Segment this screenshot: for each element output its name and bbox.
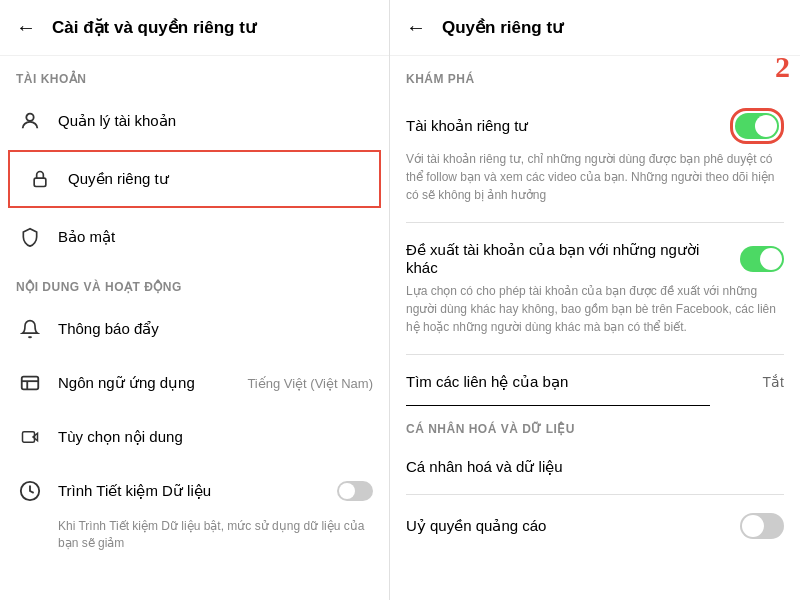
- svg-rect-2: [22, 377, 39, 390]
- section-label-ca-nhan: CÁ NHÂN HOÁ VÀ DỮ LIỆU: [390, 406, 800, 444]
- section-label-noi-dung: NỘI DUNG VÀ HOẠT ĐỘNG: [0, 264, 389, 302]
- right-back-button[interactable]: ←: [406, 16, 426, 39]
- uy-quyen-title: Uỷ quyền quảng cáo: [406, 517, 730, 535]
- svg-point-0: [26, 114, 33, 121]
- divider-3: [406, 494, 784, 495]
- menu-item-bao-mat[interactable]: Bảo mật: [0, 210, 389, 264]
- tai-khoan-title: Tài khoản riêng tư: [406, 117, 720, 135]
- left-back-button[interactable]: ←: [16, 16, 36, 39]
- divider-1: [406, 222, 784, 223]
- data-saver-icon: [16, 477, 44, 505]
- svg-rect-1: [34, 178, 46, 186]
- left-panel: ← Cài đặt và quyền riêng tư TÀI KHOẢN Qu…: [0, 0, 390, 600]
- menu-item-ngon-ngu[interactable]: Ngôn ngữ ứng dụng Tiếng Việt (Việt Nam): [0, 356, 389, 410]
- tim-lien-he-row: Tìm các liên hệ của bạn Tắt: [406, 373, 784, 391]
- right-panel: ← Quyền riêng tư KHÁM PHÁ Tài khoản riên…: [390, 0, 800, 600]
- video-icon: [16, 423, 44, 451]
- shield-icon: [16, 223, 44, 251]
- privacy-item-de-xuat: Đề xuất tài khoản của bạn với những ngườ…: [390, 227, 800, 350]
- uy-quyen-toggle[interactable]: [740, 513, 784, 539]
- quyen-rieng-tu-label: Quyền riêng tư: [68, 170, 363, 188]
- menu-item-tiet-kiem[interactable]: Trình Tiết kiệm Dữ liệu: [0, 464, 389, 518]
- de-xuat-desc: Lựa chọn có cho phép tài khoản của bạn đ…: [406, 282, 784, 336]
- privacy-item-ca-nhan[interactable]: Cá nhân hoá và dữ liệu: [390, 444, 800, 490]
- privacy-item-uy-quyen: Uỷ quyền quảng cáo: [390, 499, 800, 553]
- person-icon: [16, 107, 44, 135]
- bao-mat-label: Bảo mật: [58, 228, 373, 246]
- privacy-item-tim-lien-he: Tìm các liên hệ của bạn Tắt: [390, 359, 800, 405]
- divider-2: [406, 354, 784, 355]
- tai-khoan-desc: Với tài khoản riêng tư, chỉ những người …: [406, 150, 784, 204]
- left-panel-title: Cài đặt và quyền riêng tư: [52, 17, 256, 38]
- section-label-kham-pha: KHÁM PHÁ: [390, 56, 800, 94]
- tiet-kiem-toggle[interactable]: [337, 481, 373, 501]
- left-header: ← Cài đặt và quyền riêng tư: [0, 0, 389, 56]
- tai-khoan-toggle[interactable]: [735, 113, 779, 139]
- uy-quyen-row: Uỷ quyền quảng cáo: [406, 513, 784, 539]
- tiet-kiem-subtext: Khi Trình Tiết kiệm Dữ liệu bật, mức sử …: [0, 518, 389, 560]
- lock-icon: [26, 165, 54, 193]
- de-xuat-title: Đề xuất tài khoản của bạn với những ngườ…: [406, 241, 730, 276]
- tuy-chon-label: Tùy chọn nội dung: [58, 428, 373, 446]
- menu-item-quan-ly[interactable]: Quản lý tài khoản: [0, 94, 389, 148]
- tiet-kiem-label: Trình Tiết kiệm Dữ liệu: [58, 482, 337, 500]
- menu-item-quyen-rieng-tu[interactable]: Quyền riêng tư 1: [8, 150, 381, 208]
- ngon-ngu-label: Ngôn ngữ ứng dụng: [58, 374, 247, 392]
- tai-khoan-row: Tài khoản riêng tư: [406, 108, 784, 144]
- de-xuat-toggle[interactable]: [740, 246, 784, 272]
- menu-item-tuy-chon[interactable]: Tùy chọn nội dung: [0, 410, 389, 464]
- de-xuat-row: Đề xuất tài khoản của bạn với những ngườ…: [406, 241, 784, 276]
- right-panel-title: Quyền riêng tư: [442, 17, 563, 38]
- ngon-ngu-value: Tiếng Việt (Việt Nam): [247, 376, 373, 391]
- right-header: ← Quyền riêng tư: [390, 0, 800, 56]
- tim-lien-he-title: Tìm các liên hệ của bạn: [406, 373, 753, 391]
- bell-icon: [16, 315, 44, 343]
- ca-nhan-row: Cá nhân hoá và dữ liệu: [406, 458, 784, 476]
- thong-bao-label: Thông báo đẩy: [58, 320, 373, 338]
- quan-ly-label: Quản lý tài khoản: [58, 112, 373, 130]
- section-label-tai-khoan: TÀI KHOẢN: [0, 56, 389, 94]
- tim-lien-he-value: Tắt: [763, 374, 784, 390]
- tai-khoan-toggle-box: [730, 108, 784, 144]
- menu-item-thong-bao[interactable]: Thông báo đẩy: [0, 302, 389, 356]
- language-icon: [16, 369, 44, 397]
- privacy-item-tai-khoan: Tài khoản riêng tư Với tài khoản riêng t…: [390, 94, 800, 218]
- ca-nhan-title: Cá nhân hoá và dữ liệu: [406, 458, 774, 476]
